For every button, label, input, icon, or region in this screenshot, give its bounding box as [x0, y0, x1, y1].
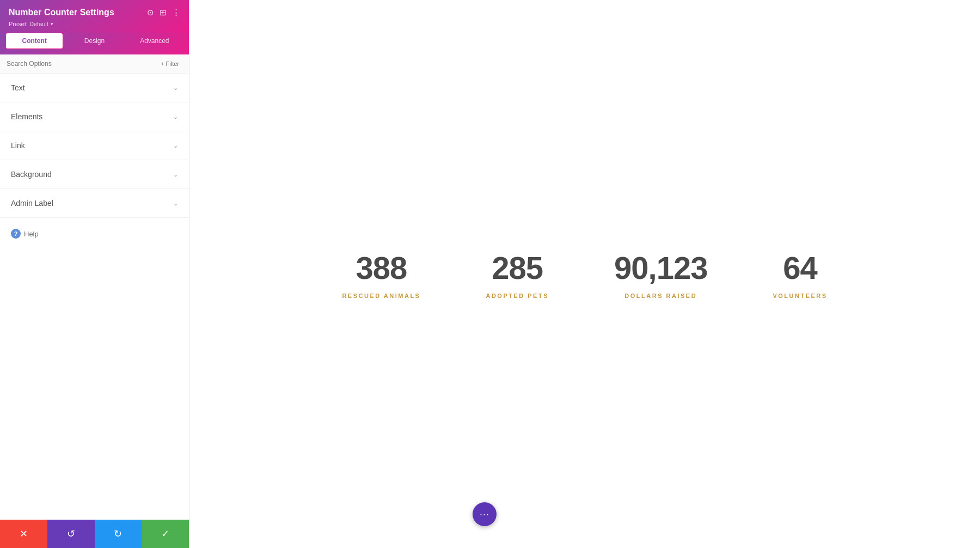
undo-button[interactable]: ↺	[47, 520, 95, 548]
cancel-button[interactable]: ✕	[0, 520, 47, 548]
counter-rescued-animals: 388 RESCUED ANIMALS	[342, 249, 420, 299]
section-text-label: Text	[11, 83, 25, 92]
counter-label: RESCUED ANIMALS	[342, 293, 420, 299]
help-section[interactable]: ? Help	[0, 218, 189, 249]
counter-adopted-pets: 285 ADOPTED PETS	[486, 249, 549, 299]
section-elements-label: Elements	[11, 112, 42, 121]
help-icon: ?	[11, 229, 21, 239]
tab-advanced[interactable]: Advanced	[126, 33, 183, 49]
section-admin-label: Admin Label ⌄	[0, 189, 189, 218]
target-icon[interactable]: ⊙	[147, 8, 154, 17]
filter-button[interactable]: + Filter	[157, 59, 182, 69]
chevron-down-icon: ⌄	[173, 142, 178, 149]
counter-volunteers: 64 VOLUNTEERS	[773, 249, 827, 299]
section-link-label: Link	[11, 141, 25, 150]
section-admin-label-header[interactable]: Admin Label ⌄	[0, 189, 189, 217]
sidebar: Number Counter Settings ⊙ ⊞ ⋮ Preset: De…	[0, 0, 189, 548]
chevron-down-icon: ⌄	[173, 171, 178, 178]
preset-label[interactable]: Preset: Default ▾	[9, 21, 180, 27]
counter-number: 285	[492, 249, 543, 286]
counter-label: VOLUNTEERS	[773, 293, 827, 299]
save-button[interactable]: ✓	[142, 520, 189, 548]
preset-arrow-icon: ▾	[51, 21, 53, 27]
counter-number: 90,123	[614, 249, 707, 286]
section-background-label: Background	[11, 170, 52, 179]
counter-label: DOLLARS RAISED	[624, 293, 697, 299]
section-elements-header[interactable]: Elements ⌄	[0, 102, 189, 131]
help-label: Help	[24, 230, 39, 238]
grid-icon[interactable]: ⊞	[160, 8, 167, 17]
tab-design[interactable]: Design	[65, 33, 123, 49]
redo-button[interactable]: ↻	[95, 520, 142, 548]
chevron-down-icon: ⌄	[173, 200, 178, 207]
counters-group: 388 RESCUED ANIMALS 285 ADOPTED PETS 90,…	[342, 249, 827, 299]
counter-dollars-raised: 90,123 DOLLARS RAISED	[614, 249, 707, 299]
counter-number: 388	[356, 249, 407, 286]
section-background-header[interactable]: Background ⌄	[0, 160, 189, 188]
more-options-icon[interactable]: ⋮	[172, 8, 180, 17]
section-elements: Elements ⌄	[0, 102, 189, 131]
search-bar: + Filter	[0, 54, 189, 74]
sidebar-header-icons: ⊙ ⊞ ⋮	[147, 8, 180, 17]
section-background: Background ⌄	[0, 160, 189, 189]
floating-action-button[interactable]: ···	[473, 502, 497, 526]
tabs-bar: Content Design Advanced	[0, 33, 189, 54]
section-admin-label-label: Admin Label	[11, 199, 53, 208]
search-input[interactable]	[7, 60, 157, 68]
sidebar-header: Number Counter Settings ⊙ ⊞ ⋮ Preset: De…	[0, 0, 189, 33]
chevron-down-icon: ⌄	[173, 84, 178, 92]
main-canvas: 388 RESCUED ANIMALS 285 ADOPTED PETS 90,…	[189, 0, 980, 548]
section-text-header[interactable]: Text ⌄	[0, 74, 189, 102]
sidebar-title: Number Counter Settings	[9, 8, 114, 17]
section-text: Text ⌄	[0, 74, 189, 102]
counter-label: ADOPTED PETS	[486, 293, 549, 299]
sidebar-header-top: Number Counter Settings ⊙ ⊞ ⋮	[9, 8, 180, 17]
bottom-bar: ✕ ↺ ↻ ✓	[0, 520, 189, 548]
tab-content[interactable]: Content	[5, 33, 63, 49]
chevron-down-icon: ⌄	[173, 113, 178, 120]
section-link: Link ⌄	[0, 131, 189, 160]
section-link-header[interactable]: Link ⌄	[0, 131, 189, 160]
counter-number: 64	[783, 249, 817, 286]
